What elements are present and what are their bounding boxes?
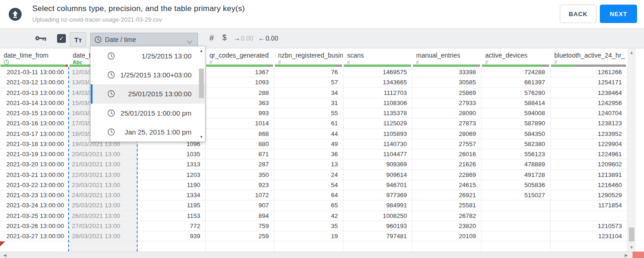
table-cell[interactable]: 946701 — [343, 180, 412, 190]
table-cell[interactable]: 977369 — [343, 190, 412, 200]
table-cell[interactable]: 23820 — [412, 221, 482, 231]
table-cell[interactable]: 22/03/2021 13:00 — [69, 170, 138, 180]
date-format-option[interactable]: 25/01/2015 1:00:00 pm — [91, 104, 205, 123]
column-header[interactable]: bluetooth_active_24_hr_# — [551, 48, 627, 64]
table-cell[interactable]: 960193 — [343, 221, 412, 231]
table-cell[interactable]: 1231104 — [551, 231, 627, 241]
table-cell[interactable]: 772 — [138, 221, 206, 231]
table-cell[interactable]: 25/03/2021 13:00 — [69, 200, 138, 211]
table-cell[interactable]: 1238464 — [551, 88, 627, 98]
table-cell[interactable]: 27557 — [412, 139, 482, 149]
table-cell[interactable]: 939 — [138, 231, 206, 241]
table-cell[interactable]: 22869 — [412, 170, 482, 180]
column-header[interactable]: nzbn_registered_busine# — [274, 48, 343, 64]
vertical-scrollbar-thumb[interactable] — [629, 228, 634, 241]
table-cell[interactable]: 1261266 — [551, 67, 627, 77]
table-cell[interactable] — [482, 241, 551, 252]
table-cell[interactable]: 505836 — [482, 180, 551, 190]
table-cell[interactable]: 1242956 — [551, 98, 627, 108]
table-cell[interactable]: 1367 — [206, 67, 274, 77]
table-cell[interactable]: 1108306 — [343, 98, 412, 108]
table-cell[interactable]: 2021-03-22 13:00:00 — [0, 180, 69, 190]
table-cell[interactable]: 1238123 — [551, 118, 627, 129]
table-cell[interactable]: 54 — [274, 180, 343, 190]
table-cell[interactable]: 1343665 — [343, 77, 412, 88]
table-cell[interactable]: 24/03/2021 13:00 — [69, 190, 138, 200]
dropdown-scrollbar-thumb[interactable] — [199, 69, 204, 98]
table-cell[interactable]: 76 — [274, 67, 343, 77]
table-cell[interactable]: 587890 — [482, 118, 551, 129]
table-cell[interactable]: 27/03/2021 13:00 — [69, 221, 138, 231]
table-cell[interactable]: 1254171 — [551, 77, 627, 88]
table-cell[interactable] — [69, 241, 138, 252]
table-cell[interactable]: 661397 — [482, 77, 551, 88]
table-cell[interactable]: 33398 — [412, 67, 482, 77]
table-cell[interactable]: 1135378 — [343, 108, 412, 118]
scroll-down-icon[interactable]: ▼ — [198, 135, 205, 139]
date-format-option[interactable]: 1/25/2015 13:00+03:00 — [91, 65, 205, 84]
table-cell[interactable]: 287 — [206, 159, 274, 170]
table-cell[interactable]: 25581 — [412, 200, 482, 211]
table-cell[interactable]: 31 — [274, 98, 343, 108]
table-cell[interactable]: 584350 — [482, 129, 551, 139]
table-cell[interactable]: 576280 — [482, 88, 551, 98]
table-cell[interactable]: 1313 — [138, 159, 206, 170]
table-cell[interactable]: 871 — [206, 149, 274, 159]
table-cell[interactable]: 582380 — [482, 139, 551, 149]
table-cell[interactable]: 2021-03-24 13:00:00 — [0, 200, 69, 211]
primary-key-icon[interactable] — [35, 35, 47, 42]
table-cell[interactable] — [412, 241, 482, 252]
table-cell[interactable]: 1190 — [138, 180, 206, 190]
table-cell[interactable]: 1072 — [206, 190, 274, 200]
table-cell[interactable]: 1290529 — [551, 190, 627, 200]
table-cell[interactable]: 2021-03-16 13:00:00 — [0, 118, 69, 129]
table-cell[interactable]: 363 — [206, 98, 274, 108]
column-header[interactable]: date_time_from — [0, 48, 69, 64]
table-cell[interactable]: 36 — [274, 149, 343, 159]
include-column-checkbox[interactable]: ✓ — [57, 34, 66, 43]
table-cell[interactable]: 1334 — [138, 190, 206, 200]
date-format-option[interactable]: Jan 25, 2015 1:00 pm — [91, 123, 205, 141]
table-cell[interactable]: 259 — [206, 231, 274, 241]
table-cell[interactable] — [482, 211, 551, 221]
table-cell[interactable]: 1203 — [138, 170, 206, 180]
table-cell[interactable]: 61 — [274, 118, 343, 129]
table-cell[interactable] — [482, 231, 551, 241]
shift-decimal-right-button[interactable]: →0.00 — [233, 34, 253, 42]
table-cell[interactable]: 907 — [206, 200, 274, 211]
column-header[interactable]: manual_entries# — [412, 48, 482, 64]
table-cell[interactable]: 2021-03-27 13:00:00 — [0, 231, 69, 241]
table-cell[interactable]: 1112703 — [343, 88, 412, 98]
dropdown-scrollbar[interactable]: ▲ ▼ — [198, 47, 205, 141]
table-cell[interactable]: 57 — [274, 77, 343, 88]
table-cell[interactable]: 27873 — [412, 118, 482, 129]
table-cell[interactable]: 909614 — [343, 170, 412, 180]
table-cell[interactable]: 44 — [274, 129, 343, 139]
table-cell[interactable]: 19 — [274, 231, 343, 241]
table-cell[interactable]: 1093 — [206, 77, 274, 88]
table-cell[interactable]: 515027 — [482, 190, 551, 200]
table-cell[interactable]: 588414 — [482, 98, 551, 108]
table-cell[interactable] — [482, 221, 551, 231]
table-cell[interactable]: 1229904 — [551, 139, 627, 149]
currency-type-button[interactable]: $ — [220, 33, 229, 42]
table-cell[interactable]: 24 — [274, 170, 343, 180]
table-cell[interactable]: 993 — [206, 108, 274, 118]
table-cell[interactable]: 24615 — [412, 180, 482, 190]
table-cell[interactable]: 2021-03-11 13:00:00 — [0, 67, 69, 77]
column-header[interactable]: qr_codes_generated# — [206, 48, 274, 64]
table-cell[interactable]: 1105893 — [343, 129, 412, 139]
table-cell[interactable] — [343, 241, 412, 252]
table-cell[interactable]: 20/03/2021 13:00 — [69, 149, 138, 159]
table-cell[interactable]: 594008 — [482, 108, 551, 118]
table-cell[interactable]: 2021-03-15 13:00:00 — [0, 108, 69, 118]
table-cell[interactable]: 894 — [206, 211, 274, 221]
number-type-button[interactable]: # — [207, 33, 216, 43]
table-cell[interactable]: 491728 — [482, 170, 551, 180]
table-cell[interactable]: 1469575 — [343, 67, 412, 77]
table-cell[interactable]: 1224961 — [551, 149, 627, 159]
table-cell[interactable]: 42 — [274, 211, 343, 221]
table-cell[interactable]: 28/03/2021 13:00 — [69, 231, 138, 241]
table-cell[interactable]: 1240704 — [551, 108, 627, 118]
column-header[interactable]: active_devices# — [482, 48, 551, 64]
